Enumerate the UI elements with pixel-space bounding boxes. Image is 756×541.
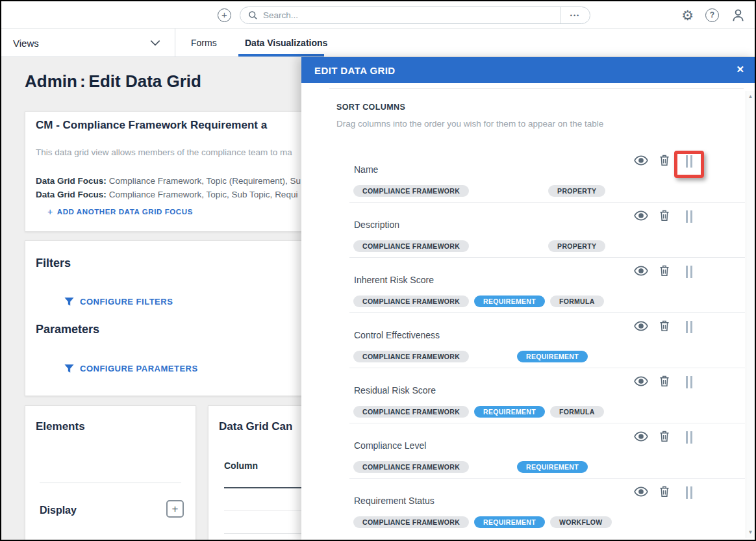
app-window: + ••• ⚙ ? Views Forms Data Visualization… bbox=[0, 0, 756, 541]
tab-data-visualizations[interactable]: Data Visualizations bbox=[245, 29, 327, 57]
drag-handle-icon[interactable] bbox=[686, 486, 692, 499]
column-label: Compliance Level bbox=[354, 440, 426, 451]
tag-list: COMPLIANCE FRAMEWORK REQUIREMENT bbox=[353, 461, 588, 473]
tab-forms[interactable]: Forms bbox=[191, 29, 217, 57]
filters-parameters-card: Filters CONFIGURE FILTERS Parameters CON… bbox=[25, 240, 305, 396]
more-options-icon[interactable]: ••• bbox=[560, 7, 590, 23]
tag-badge: FORMULA bbox=[550, 296, 604, 307]
views-dropdown[interactable]: Views bbox=[1, 29, 175, 57]
tag-badge: WORKFLOW bbox=[550, 516, 612, 528]
add-icon[interactable]: + bbox=[218, 8, 231, 22]
elements-heading: Elements bbox=[36, 420, 85, 433]
column-label: Name bbox=[354, 164, 378, 175]
column-label: Residual Risk Score bbox=[354, 385, 436, 396]
funnel-icon bbox=[64, 297, 74, 307]
canvas-heading: Data Grid Can bbox=[219, 420, 292, 433]
sort-column-row-requirement-status: Requirement Status COMPLIANCE FRAMEWORK … bbox=[353, 479, 745, 534]
column-label: Requirement Status bbox=[354, 496, 435, 506]
top-bar: + ••• ⚙ ? bbox=[1, 1, 755, 29]
add-display-element-button[interactable]: + bbox=[166, 500, 184, 518]
drag-handle-icon[interactable] bbox=[686, 321, 692, 333]
tag-badge: PROPERTY bbox=[548, 185, 605, 197]
visibility-eye-icon[interactable] bbox=[634, 155, 648, 166]
scroll-down-icon[interactable]: ▼ bbox=[746, 529, 755, 535]
panel-scrollbar[interactable]: ▲ ▼ bbox=[746, 91, 755, 538]
sort-columns-heading: SORT COLUMNS bbox=[336, 103, 405, 112]
sort-column-row-description: Description COMPLIANCE FRAMEWORK PROPERT… bbox=[353, 203, 745, 258]
tag-list: COMPLIANCE FRAMEWORK REQUIREMENT FORMULA bbox=[353, 406, 604, 418]
drag-handle-icon[interactable] bbox=[686, 155, 692, 168]
search-input[interactable] bbox=[258, 10, 560, 20]
data-grid-canvas-card: Data Grid Can Column bbox=[208, 405, 307, 541]
elements-card: Elements Display + bbox=[25, 405, 196, 541]
delete-trash-icon[interactable] bbox=[659, 154, 670, 166]
data-grid-focus-row: Data Grid Focus:Compliance Framework, To… bbox=[36, 190, 297, 199]
tag-list: COMPLIANCE FRAMEWORK PROPERTY bbox=[353, 185, 605, 197]
tag-list: COMPLIANCE FRAMEWORK PROPERTY bbox=[353, 240, 605, 252]
tag-badge: COMPLIANCE FRAMEWORK bbox=[353, 296, 469, 307]
sort-column-row-control-effectiveness: Control Effectiveness COMPLIANCE FRAMEWO… bbox=[353, 313, 745, 368]
table-row-divider bbox=[224, 510, 306, 510]
drag-handle-icon[interactable] bbox=[686, 266, 692, 278]
data-grid-focus-row: Data Grid Focus:Compliance Framework, To… bbox=[36, 176, 301, 186]
tag-badge: COMPLIANCE FRAMEWORK bbox=[353, 185, 469, 197]
close-icon[interactable]: ✕ bbox=[736, 64, 744, 75]
divider bbox=[40, 483, 181, 483]
tag-badge: REQUIREMENT bbox=[474, 296, 545, 307]
tag-badge: REQUIREMENT bbox=[474, 406, 545, 418]
data-grid-description: This data grid view allows members of th… bbox=[36, 147, 292, 157]
panel-title: EDIT DATA GRID bbox=[314, 65, 395, 76]
drag-handle-icon[interactable] bbox=[686, 431, 692, 444]
delete-trash-icon[interactable] bbox=[659, 320, 670, 332]
edit-data-grid-panel: EDIT DATA GRID ✕ SORT COLUMNS Drag colum… bbox=[301, 57, 756, 541]
delete-trash-icon[interactable] bbox=[659, 485, 670, 497]
table-row-divider bbox=[224, 533, 306, 534]
visibility-eye-icon[interactable] bbox=[634, 376, 648, 386]
tag-badge: COMPLIANCE FRAMEWORK bbox=[353, 406, 469, 418]
tag-list: COMPLIANCE FRAMEWORK REQUIREMENT FORMULA bbox=[353, 296, 604, 307]
page-title: Admin:Edit Data Grid bbox=[25, 71, 201, 92]
display-heading: Display bbox=[40, 505, 77, 516]
sort-column-row-residual-risk-score: Residual Risk Score COMPLIANCE FRAMEWORK… bbox=[353, 368, 745, 423]
delete-trash-icon[interactable] bbox=[659, 264, 670, 277]
tab-bar: Views Forms Data Visualizations bbox=[1, 29, 755, 57]
search-icon bbox=[248, 10, 258, 20]
visibility-eye-icon[interactable] bbox=[634, 321, 648, 331]
tag-list: COMPLIANCE FRAMEWORK REQUIREMENT WORKFLO… bbox=[353, 516, 612, 528]
tag-list: COMPLIANCE FRAMEWORK REQUIREMENT bbox=[353, 351, 588, 362]
visibility-eye-icon[interactable] bbox=[634, 210, 648, 221]
chevron-down-icon bbox=[150, 40, 160, 46]
parameters-heading: Parameters bbox=[36, 323, 99, 336]
scroll-up-icon[interactable]: ▲ bbox=[746, 94, 755, 99]
drag-handle-icon[interactable] bbox=[686, 376, 692, 388]
sort-columns-list: Name COMPLIANCE FRAMEWORK PROPERTY Descr… bbox=[353, 147, 745, 534]
search-bar[interactable]: ••• bbox=[240, 6, 590, 24]
sort-column-row-compliance-level: Compliance Level COMPLIANCE FRAMEWORK RE… bbox=[353, 423, 745, 479]
visibility-eye-icon[interactable] bbox=[634, 431, 648, 442]
tag-badge: REQUIREMENT bbox=[517, 351, 588, 362]
settings-gear-icon[interactable]: ⚙ bbox=[681, 8, 694, 22]
delete-trash-icon[interactable] bbox=[659, 375, 670, 387]
tag-badge: COMPLIANCE FRAMEWORK bbox=[353, 516, 469, 528]
data-grid-name: CM - Compliance Framework Requirement a bbox=[36, 119, 267, 132]
topbar-actions: ⚙ ? bbox=[681, 1, 746, 29]
funnel-icon bbox=[64, 364, 74, 373]
add-data-grid-focus-button[interactable]: +ADD ANOTHER DATA GRID FOCUS bbox=[47, 207, 193, 217]
tag-badge: REQUIREMENT bbox=[517, 461, 588, 473]
data-grid-overview-card: CM - Compliance Framework Requirement a … bbox=[25, 111, 305, 232]
column-label: Description bbox=[354, 220, 399, 230]
user-profile-icon[interactable] bbox=[731, 8, 746, 23]
tag-badge: COMPLIANCE FRAMEWORK bbox=[353, 240, 469, 252]
column-label: Inherent Risk Score bbox=[354, 275, 434, 285]
help-icon[interactable]: ? bbox=[705, 8, 719, 22]
delete-trash-icon[interactable] bbox=[659, 209, 670, 221]
visibility-eye-icon[interactable] bbox=[634, 266, 648, 276]
configure-filters-button[interactable]: CONFIGURE FILTERS bbox=[64, 297, 173, 307]
visibility-eye-icon[interactable] bbox=[634, 486, 648, 497]
plus-icon: + bbox=[47, 207, 53, 217]
drag-handle-icon[interactable] bbox=[686, 210, 692, 223]
sort-column-row-name: Name COMPLIANCE FRAMEWORK PROPERTY bbox=[353, 147, 745, 203]
tag-badge: FORMULA bbox=[550, 406, 604, 418]
delete-trash-icon[interactable] bbox=[659, 430, 670, 442]
configure-parameters-button[interactable]: CONFIGURE PARAMETERS bbox=[64, 364, 198, 373]
